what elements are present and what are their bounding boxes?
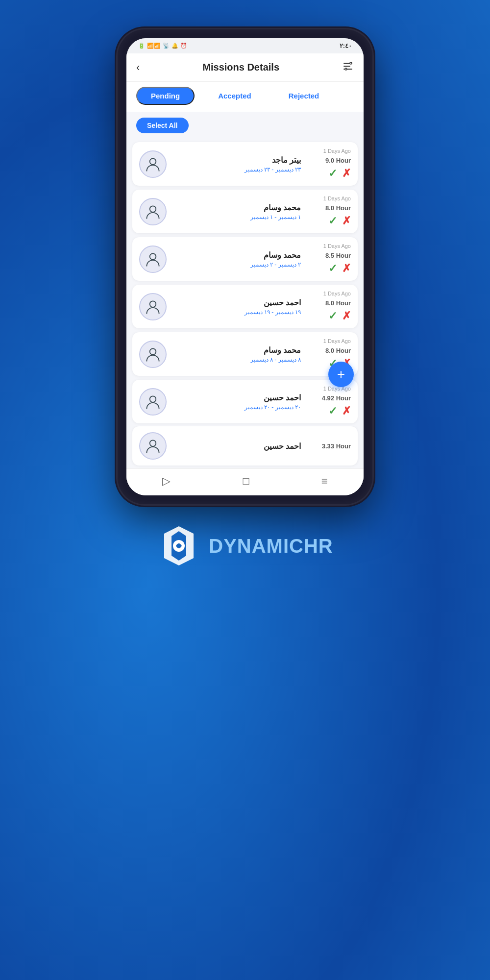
- mission-card-3: محمد وسام ٢ ديسمبر - ٢ ديسمبر 1 Days Ago…: [132, 237, 358, 281]
- partial-list: احمد حسين 3.33 Hour: [126, 426, 364, 468]
- mission-card-4: احمد حسين ١٩ ديسمبر - ١٩ ديسمبر 1 Days A…: [132, 285, 358, 328]
- accept-button-1[interactable]: ✓: [328, 167, 337, 180]
- reject-button-1[interactable]: ✗: [342, 167, 351, 180]
- mission-info-5: محمد وسام ٨ ديسمبر - ٨ ديسمبر: [172, 345, 301, 363]
- mission-date-2: ١ ديسمبر - ١ ديسمبر: [172, 214, 301, 220]
- phone-frame: 🔋 📶📶 📡 🔔 ⏰ ٢:٤٠ ‹ Missions Details: [118, 29, 372, 504]
- accept-button-3[interactable]: ✓: [328, 262, 337, 275]
- app-content: ‹ Missions Details Pending: [126, 53, 364, 495]
- nav-menu[interactable]: ≡: [321, 475, 328, 488]
- tab-rejected[interactable]: Rejected: [275, 88, 333, 104]
- mission-name-4: احمد حسين: [172, 298, 301, 307]
- avatar-2: [139, 198, 167, 225]
- back-button[interactable]: ‹: [136, 61, 140, 74]
- mission-time-ago-3: 1 Days Ago: [323, 243, 351, 249]
- bottom-nav: ▷ □ ≡: [126, 468, 364, 495]
- mission-card-1: بيتر ماجد ٢٣ ديسمبر - ٢٣ ديسمبر 1 Days A…: [132, 142, 358, 186]
- reject-button-3[interactable]: ✗: [342, 262, 351, 275]
- signal-icon: 📶📶: [147, 43, 161, 49]
- mission-hours-1: 9.0 Hour: [325, 157, 351, 164]
- brand-highlight: HR: [304, 535, 333, 557]
- accept-button-2[interactable]: ✓: [328, 215, 337, 227]
- select-all-button[interactable]: Select All: [136, 118, 189, 133]
- mission-info-3: محمد وسام ٢ ديسمبر - ٢ ديسمبر: [172, 250, 301, 268]
- avatar-6: [139, 388, 167, 416]
- svg-point-7: [150, 253, 156, 260]
- mission-date-4: ١٩ ديسمبر - ١٩ ديسمبر: [172, 309, 301, 316]
- missions-list-container: بيتر ماجد ٢٣ ديسمبر - ٢٣ ديسمبر 1 Days A…: [126, 139, 364, 426]
- mission-date-6: ٢٠ ديسمبر - ٢٠ ديسمبر: [172, 404, 301, 411]
- mission-hours-5: 8.0 Hour: [325, 347, 351, 354]
- page-title: Missions Details: [202, 62, 279, 73]
- mission-info-1: بيتر ماجد ٢٣ ديسمبر - ٢٣ ديسمبر: [172, 155, 301, 173]
- tabs-container: Pending Accepted Rejected: [126, 82, 364, 112]
- partial-hours: 3.33 Hour: [322, 442, 351, 450]
- mission-date-1: ٢٣ ديسمبر - ٢٣ ديسمبر: [172, 166, 301, 173]
- mission-hours-3: 8.5 Hour: [325, 252, 351, 259]
- mission-hours-2: 8.0 Hour: [325, 204, 351, 212]
- nav-play[interactable]: ▷: [162, 475, 171, 488]
- mission-date-3: ٢ ديسمبر - ٢ ديسمبر: [172, 261, 301, 268]
- mission-meta-2: 1 Days Ago 8.0 Hour ✓ ✗: [307, 196, 351, 227]
- tab-pending[interactable]: Pending: [136, 87, 195, 105]
- mission-hours-4: 8.0 Hour: [325, 299, 351, 307]
- accept-button-4[interactable]: ✓: [328, 310, 337, 322]
- fab-button[interactable]: +: [328, 362, 354, 387]
- avatar-1: [139, 150, 167, 178]
- avatar-4: [139, 293, 167, 320]
- filter-icon[interactable]: [342, 60, 354, 74]
- status-left: 🔋 📶📶 📡 🔔 ⏰: [138, 43, 187, 49]
- mission-hours-6: 4.92 Hour: [322, 394, 351, 402]
- svg-point-6: [150, 206, 156, 212]
- status-time: ٢:٤٠: [340, 42, 352, 49]
- mission-meta-3: 1 Days Ago 8.5 Hour ✓ ✗: [307, 243, 351, 275]
- tab-accepted[interactable]: Accepted: [204, 88, 265, 104]
- mission-time-ago-4: 1 Days Ago: [323, 291, 351, 296]
- mission-name-2: محمد وسام: [172, 203, 301, 212]
- mission-date-5: ٨ ديسمبر - ٨ ديسمبر: [172, 356, 301, 363]
- brand-text: DYNAMICHR: [209, 535, 333, 557]
- reject-button-2[interactable]: ✗: [342, 215, 351, 227]
- brand-name: DYNAMIC: [209, 535, 304, 557]
- mission-actions-3: ✓ ✗: [328, 262, 351, 275]
- mission-actions-1: ✓ ✗: [328, 167, 351, 180]
- reject-button-4[interactable]: ✗: [342, 310, 351, 322]
- header: ‹ Missions Details: [126, 53, 364, 82]
- missions-list: بيتر ماجد ٢٣ ديسمبر - ٢٣ ديسمبر 1 Days A…: [126, 139, 364, 426]
- brand-section: DYNAMICHR: [157, 524, 333, 568]
- status-bar: 🔋 📶📶 📡 🔔 ⏰ ٢:٤٠: [126, 38, 364, 53]
- mission-name-3: محمد وسام: [172, 250, 301, 260]
- mission-card-2: محمد وسام ١ ديسمبر - ١ ديسمبر 1 Days Ago…: [132, 190, 358, 233]
- svg-point-8: [150, 301, 156, 307]
- mission-meta-4: 1 Days Ago 8.0 Hour ✓ ✗: [307, 291, 351, 322]
- svg-point-3: [350, 62, 352, 64]
- mission-meta-6: 1 Days Ago 4.92 Hour ✓ ✗: [307, 386, 351, 417]
- mission-name-6: احمد حسين: [172, 393, 301, 402]
- reject-button-6[interactable]: ✗: [342, 405, 351, 417]
- svg-point-10: [150, 396, 156, 402]
- mission-actions-6: ✓ ✗: [328, 405, 351, 417]
- accept-button-6[interactable]: ✓: [328, 405, 337, 417]
- mission-time-ago-5: 1 Days Ago: [323, 338, 351, 344]
- mission-time-ago-2: 1 Days Ago: [323, 196, 351, 201]
- mission-name-1: بيتر ماجد: [172, 155, 301, 165]
- mission-meta-1: 1 Days Ago 9.0 Hour ✓ ✗: [307, 148, 351, 180]
- partial-card: احمد حسين 3.33 Hour: [132, 426, 358, 466]
- nav-home[interactable]: □: [243, 475, 249, 488]
- svg-point-9: [150, 348, 156, 355]
- mission-name-5: محمد وسام: [172, 345, 301, 355]
- avatar: [139, 432, 167, 460]
- select-all-section: Select All: [126, 112, 364, 139]
- mission-card-5: محمد وسام ٨ ديسمبر - ٨ ديسمبر 1 Days Ago…: [132, 332, 358, 376]
- svg-point-4: [345, 68, 347, 70]
- brand-logo-icon: [157, 524, 201, 568]
- phone-screen: 🔋 📶📶 📡 🔔 ⏰ ٢:٤٠ ‹ Missions Details: [126, 38, 364, 495]
- mission-info-4: احمد حسين ١٩ ديسمبر - ١٩ ديسمبر: [172, 298, 301, 316]
- mission-card-6: احمد حسين ٢٠ ديسمبر - ٢٠ ديسمبر 1 Days A…: [132, 380, 358, 423]
- phone-wrapper: 🔋 📶📶 📡 🔔 ⏰ ٢:٤٠ ‹ Missions Details: [118, 29, 372, 504]
- partial-name: احمد حسين: [172, 441, 301, 451]
- partial-meta: 3.33 Hour: [307, 442, 351, 450]
- mission-actions-2: ✓ ✗: [328, 215, 351, 227]
- mission-info-2: محمد وسام ١ ديسمبر - ١ ديسمبر: [172, 203, 301, 220]
- battery-icon: 🔋: [138, 43, 145, 49]
